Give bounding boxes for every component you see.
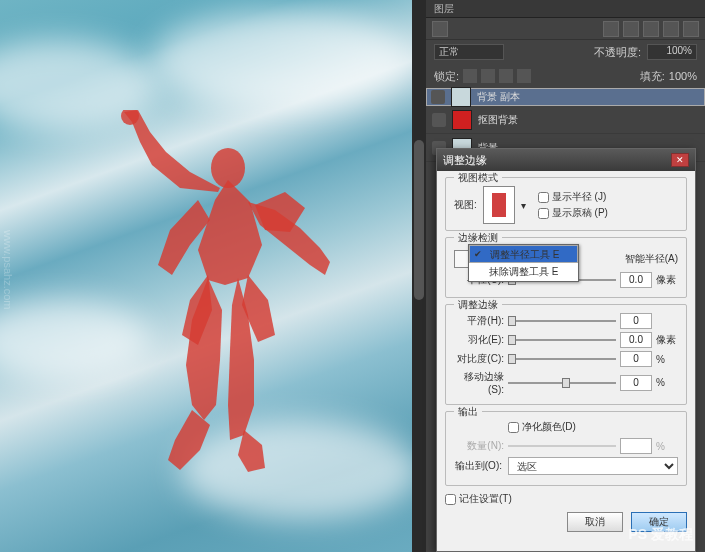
smart-radius-label: 智能半径(A)	[625, 252, 678, 266]
output-legend: 输出	[454, 405, 482, 419]
canvas-area[interactable]: www.psahz.com	[0, 0, 412, 552]
layer-name: 背景 副本	[477, 90, 520, 104]
contrast-label: 对比度(C):	[454, 352, 504, 366]
contrast-unit: %	[656, 354, 678, 365]
filter-smart-icon[interactable]	[683, 21, 699, 37]
amount-label: 数量(N):	[454, 439, 504, 453]
shift-slider[interactable]	[508, 376, 616, 390]
view-label: 视图:	[454, 198, 477, 212]
cancel-button[interactable]: 取消	[567, 512, 623, 532]
view-thumb[interactable]	[483, 186, 515, 224]
eye-icon[interactable]	[432, 113, 446, 127]
filter-type-icon[interactable]	[643, 21, 659, 37]
lock-paint-icon[interactable]	[481, 69, 495, 83]
smooth-label: 平滑(H):	[454, 314, 504, 328]
output-to-select[interactable]: 选区	[508, 457, 678, 475]
smooth-value[interactable]: 0	[620, 313, 652, 329]
feather-label: 羽化(E):	[454, 333, 504, 347]
tool-menu-item[interactable]: 抹除调整工具 E	[469, 263, 578, 281]
filter-kind-icon[interactable]	[432, 21, 448, 37]
layer-thumb[interactable]	[451, 87, 471, 107]
tool-popup: ✔调整半径工具 E 抹除调整工具 E	[468, 244, 579, 282]
amount-slider	[508, 439, 616, 453]
refine-edge-dialog: 调整边缘 ✕ 视图模式 视图: ▾ 显示半径 (J) 显示原稿 (P) 边缘检测…	[436, 148, 696, 552]
filter-pixel-icon[interactable]	[603, 21, 619, 37]
show-radius-checkbox[interactable]: 显示半径 (J)	[538, 190, 608, 204]
opacity-value[interactable]: 100%	[647, 44, 697, 60]
view-mode-legend: 视图模式	[454, 171, 502, 185]
dialog-titlebar[interactable]: 调整边缘 ✕	[437, 149, 695, 171]
eye-icon[interactable]	[431, 90, 445, 104]
layer-name: 抠图背景	[478, 113, 518, 127]
layers-filter-bar	[426, 18, 705, 40]
layer-row[interactable]: 抠图背景	[426, 106, 705, 134]
opacity-label: 不透明度:	[594, 45, 641, 60]
contrast-slider[interactable]	[508, 352, 616, 366]
watermark: PS 爱教程	[628, 526, 693, 544]
layer-row[interactable]: 背景 副本	[426, 88, 705, 106]
shift-label: 移动边缘(S):	[454, 370, 504, 395]
radius-value[interactable]: 0.0	[620, 272, 652, 288]
filter-shape-icon[interactable]	[663, 21, 679, 37]
smooth-slider[interactable]	[508, 314, 616, 328]
layers-panel-tab[interactable]: 图层	[426, 0, 705, 18]
fill-value[interactable]: 100%	[669, 70, 697, 82]
blend-mode-select[interactable]	[434, 44, 504, 60]
lock-label: 锁定:	[434, 69, 459, 84]
watermark-side: www.psahz.com	[2, 230, 14, 309]
lock-all-icon[interactable]	[517, 69, 531, 83]
decontaminate-checkbox[interactable]: 净化颜色(D)	[508, 420, 678, 434]
remember-checkbox[interactable]: 记住设置(T)	[445, 492, 687, 506]
output-to-label: 输出到(O):	[454, 459, 502, 473]
adjust-edge-legend: 调整边缘	[454, 298, 502, 312]
close-icon[interactable]: ✕	[671, 153, 689, 167]
filter-adjust-icon[interactable]	[623, 21, 639, 37]
chevron-down-icon[interactable]: ▾	[521, 200, 526, 211]
feather-slider[interactable]	[508, 333, 616, 347]
edge-detect-legend: 边缘检测	[454, 231, 502, 245]
selection-overlay	[120, 110, 340, 480]
shift-value[interactable]: 0	[620, 375, 652, 391]
lock-pos-icon[interactable]	[499, 69, 513, 83]
dialog-title: 调整边缘	[443, 153, 487, 168]
vertical-scrollbar[interactable]	[412, 0, 426, 552]
radius-unit: 像素	[656, 273, 678, 287]
show-original-checkbox[interactable]: 显示原稿 (P)	[538, 206, 608, 220]
lock-trans-icon[interactable]	[463, 69, 477, 83]
layer-thumb[interactable]	[452, 110, 472, 130]
shift-unit: %	[656, 377, 678, 388]
fill-label: 填充:	[640, 69, 665, 84]
amount-unit: %	[656, 441, 678, 452]
feather-value[interactable]: 0.0	[620, 332, 652, 348]
feather-unit: 像素	[656, 333, 678, 347]
contrast-value[interactable]: 0	[620, 351, 652, 367]
tool-menu-item[interactable]: ✔调整半径工具 E	[469, 245, 578, 263]
amount-value	[620, 438, 652, 454]
